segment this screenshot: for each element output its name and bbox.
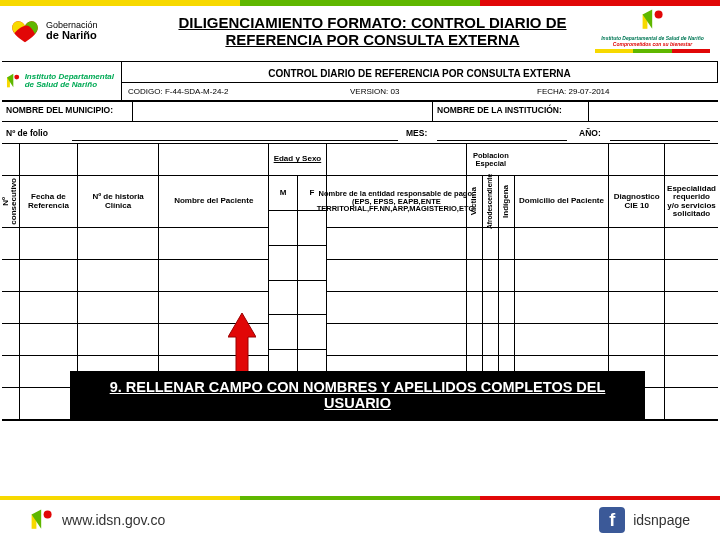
table-cell[interactable] <box>78 228 159 260</box>
table-cell[interactable] <box>609 260 664 292</box>
table-cell[interactable] <box>327 228 466 260</box>
table-cell[interactable] <box>665 324 718 356</box>
table-cell[interactable] <box>298 315 326 349</box>
table-cell[interactable] <box>467 260 482 292</box>
table-cell[interactable] <box>327 324 466 356</box>
folio-label: Nº de folio <box>2 125 72 141</box>
table-cell[interactable] <box>483 260 498 292</box>
table-cell[interactable] <box>269 246 298 280</box>
col-especialidad: Especialidad requerido y/o servicios sol… <box>665 176 718 228</box>
table-cell[interactable] <box>269 211 298 245</box>
top-accent-bar <box>0 0 720 6</box>
table-cell[interactable] <box>2 356 19 388</box>
gob-label-2: de Nariño <box>46 29 97 41</box>
table-cell[interactable] <box>298 211 326 245</box>
idsn-icon <box>6 66 21 96</box>
institucion-label: NOMBRE DE LA INSTITUCIÓN: <box>433 102 588 121</box>
col-historia: Nº de historia Clínica <box>78 176 159 228</box>
table-cell[interactable] <box>327 260 466 292</box>
table-cell[interactable] <box>2 260 19 292</box>
table-cell[interactable] <box>159 228 268 260</box>
form-logo-cell: Instituto Departamental de Salud de Nari… <box>2 62 122 100</box>
table-cell[interactable] <box>499 292 514 324</box>
municipio-field[interactable] <box>132 102 433 121</box>
table-cell[interactable] <box>609 324 664 356</box>
table-cell[interactable] <box>20 356 77 388</box>
table-cell[interactable] <box>159 260 268 292</box>
table-cell[interactable] <box>515 260 609 292</box>
arrow-icon <box>228 313 256 373</box>
table-cell[interactable] <box>269 281 298 315</box>
table-cell[interactable] <box>78 260 159 292</box>
table-cell[interactable] <box>20 388 77 420</box>
table-cell[interactable] <box>298 246 326 280</box>
gobernacion-logo: Gobernación de Nariño <box>10 18 150 44</box>
table-cell[interactable] <box>20 260 77 292</box>
idsn-line2: Comprometidos con su bienestar <box>595 42 710 48</box>
col-nombre: Nombre del Paciente <box>159 176 268 228</box>
table-cell[interactable] <box>609 292 664 324</box>
row-folio: Nº de folio MES: AÑO: <box>2 121 718 143</box>
table-cell[interactable] <box>515 228 609 260</box>
table-cell[interactable] <box>483 228 498 260</box>
folio-field[interactable] <box>72 127 398 141</box>
table-cell[interactable] <box>665 356 718 388</box>
table-cell[interactable] <box>298 281 326 315</box>
col-fecha: Fecha de Referencia <box>20 176 77 228</box>
table-cell[interactable] <box>20 324 77 356</box>
svg-point-3 <box>14 75 19 80</box>
codigo-label: CODIGO: F-44-SDA-M-24-2 <box>122 83 344 100</box>
idsn-icon <box>30 508 54 532</box>
table-cell[interactable] <box>483 324 498 356</box>
table-cell[interactable] <box>609 228 664 260</box>
col-afro: Afrodescendiente <box>487 172 494 231</box>
footer-url-text: www.idsn.gov.co <box>62 512 165 528</box>
form-logo-text: Instituto Departamental de Salud de Nari… <box>25 73 117 89</box>
row-municipio: NOMBRE DEL MUNICIPIO: NOMBRE DE LA INSTI… <box>2 101 718 121</box>
table-cell[interactable] <box>78 292 159 324</box>
col-indigena: Indígena <box>502 183 510 220</box>
mes-field[interactable] <box>437 127 567 141</box>
table-cell[interactable] <box>2 388 19 420</box>
page-title: DILIGENCIAMIENTO FORMATO: CONTROL DIARIO… <box>150 14 595 48</box>
institucion-field[interactable] <box>588 102 718 121</box>
form-meta: CODIGO: F-44-SDA-M-24-2 VERSION: 03 FECH… <box>122 83 718 100</box>
idsn-logo-right: Instituto Departamental de Salud de Nari… <box>595 8 710 53</box>
anio-field[interactable] <box>610 127 710 141</box>
col-m: M <box>269 176 298 210</box>
svg-marker-4 <box>228 313 256 373</box>
table-cell[interactable] <box>499 324 514 356</box>
col-diag: Diagnostico CIE 10 <box>609 176 664 228</box>
form-header: Instituto Departamental de Salud de Nari… <box>2 62 718 101</box>
table-cell[interactable] <box>665 292 718 324</box>
table-cell[interactable] <box>2 324 19 356</box>
table-cell[interactable] <box>499 260 514 292</box>
header: Gobernación de Nariño DILIGENCIAMIENTO F… <box>0 6 720 57</box>
table-cell[interactable] <box>467 292 482 324</box>
table-cell[interactable] <box>665 228 718 260</box>
table-cell[interactable] <box>2 292 19 324</box>
table-cell[interactable] <box>499 228 514 260</box>
col-victima: Victima <box>470 185 478 217</box>
table-cell[interactable] <box>515 292 609 324</box>
gobernacion-text: Gobernación de Nariño <box>46 21 98 41</box>
col-consecutivo: Nº consecutivo <box>2 176 19 227</box>
table-cell[interactable] <box>515 324 609 356</box>
table-cell[interactable] <box>20 292 77 324</box>
table-cell[interactable] <box>2 228 19 260</box>
table-cell[interactable] <box>665 388 718 420</box>
table-cell[interactable] <box>483 292 498 324</box>
table-cell[interactable] <box>327 292 466 324</box>
table-cell[interactable] <box>78 324 159 356</box>
col-domicilio: Domicilio del Paciente <box>515 176 609 228</box>
form-container: Instituto Departamental de Salud de Nari… <box>2 61 718 421</box>
table-cell[interactable] <box>269 315 298 349</box>
table-cell[interactable] <box>467 228 482 260</box>
table-cell[interactable] <box>20 228 77 260</box>
footer-fb[interactable]: f idsnpage <box>599 507 690 533</box>
col-edad-sexo: Edad y Sexo <box>269 144 326 176</box>
table-cell[interactable] <box>467 324 482 356</box>
footer-fb-text: idsnpage <box>633 512 690 528</box>
form-title: CONTROL DIARIO DE REFERENCIA POR CONSULT… <box>122 62 718 83</box>
table-cell[interactable] <box>665 260 718 292</box>
